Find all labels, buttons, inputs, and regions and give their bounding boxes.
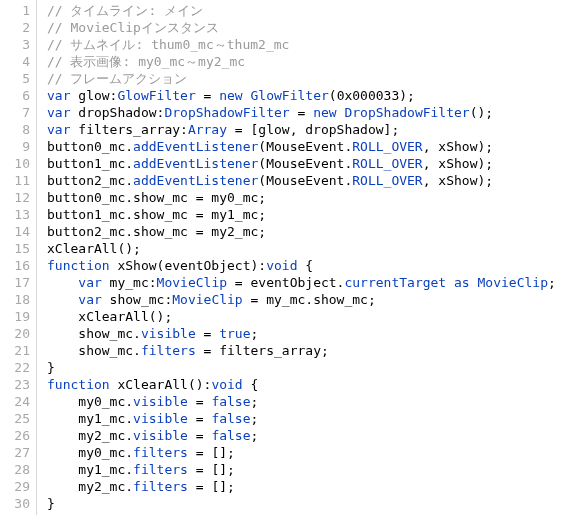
token-ident: button2_mc.: [47, 173, 133, 188]
token-punct: =: [196, 88, 219, 103]
token-punct: , xShow);: [423, 156, 493, 171]
token-punct: [243, 88, 251, 103]
token-ident: my2_mc.: [78, 428, 133, 443]
line-number: 20: [4, 325, 30, 342]
code-line: var show_mc:MovieClip = my_mc.show_mc;: [47, 291, 556, 308]
token-literal: false: [211, 394, 250, 409]
line-number: 17: [4, 274, 30, 291]
token-type: MovieClip: [157, 275, 227, 290]
code-line: my2_mc.visible = false;: [47, 427, 556, 444]
token-ident: xClearAll();: [78, 309, 172, 324]
token-ident: my1_mc.: [78, 411, 133, 426]
token-punct: =: [188, 411, 211, 426]
code-line: show_mc.visible = true;: [47, 325, 556, 342]
code-line: var my_mc:MovieClip = eventObject.curren…: [47, 274, 556, 291]
code-line: }: [47, 359, 556, 376]
token-ident: my2_mc.: [78, 479, 133, 494]
token-type: MovieClip: [478, 275, 548, 290]
line-number: 21: [4, 342, 30, 359]
token-punct: = [];: [188, 479, 235, 494]
token-keyword: new: [313, 105, 336, 120]
line-number: 2: [4, 19, 30, 36]
token-member: visible: [133, 411, 188, 426]
token-type: DropShadowFilter: [344, 105, 469, 120]
code-line: my0_mc.visible = false;: [47, 393, 556, 410]
token-punct: }: [47, 360, 55, 375]
code-line: show_mc.filters = filters_array;: [47, 342, 556, 359]
token-enum: ROLL_OVER: [352, 139, 422, 154]
token-keyword: new: [219, 88, 242, 103]
token-ident: show_mc:: [102, 292, 172, 307]
line-number: 23: [4, 376, 30, 393]
token-punct: ;: [251, 411, 259, 426]
code-line: xClearAll();: [47, 240, 556, 257]
token-keyword: var: [47, 88, 70, 103]
token-ident: show_mc.: [78, 326, 141, 341]
line-number: 19: [4, 308, 30, 325]
token-type: void: [266, 258, 297, 273]
code-line: my1_mc.visible = false;: [47, 410, 556, 427]
token-comment: // フレームアクション: [47, 71, 187, 86]
line-number-gutter: 1234567891011121314151617181920212223242…: [0, 0, 37, 515]
code-line: // フレームアクション: [47, 70, 556, 87]
token-ident: button0_mc.: [47, 139, 133, 154]
line-number: 26: [4, 427, 30, 444]
token-keyword: var: [78, 275, 101, 290]
line-number: 13: [4, 206, 30, 223]
token-punct: ;: [548, 275, 556, 290]
line-number: 1: [4, 2, 30, 19]
line-number: 12: [4, 189, 30, 206]
code-line: button1_mc.show_mc = my1_mc;: [47, 206, 556, 223]
code-line: // サムネイル: thum0_mc～thum2_mc: [47, 36, 556, 53]
token-type: void: [211, 377, 242, 392]
token-punct: = [glow, dropShadow];: [227, 122, 399, 137]
token-punct: =: [188, 428, 211, 443]
token-punct: (0x000033);: [329, 88, 415, 103]
line-number: 9: [4, 138, 30, 155]
code-line: xClearAll();: [47, 308, 556, 325]
token-type: GlowFilter: [251, 88, 329, 103]
line-number: 18: [4, 291, 30, 308]
code-line: button1_mc.addEventListener(MouseEvent.R…: [47, 155, 556, 172]
token-enum: ROLL_OVER: [352, 173, 422, 188]
token-member: filters: [141, 343, 196, 358]
line-number: 6: [4, 87, 30, 104]
token-ident: button1_mc.: [47, 156, 133, 171]
token-punct: ;: [251, 394, 259, 409]
token-punct: =: [290, 105, 313, 120]
token-keyword: function: [47, 377, 110, 392]
token-literal: false: [211, 428, 250, 443]
token-member: filters: [133, 445, 188, 460]
line-number: 28: [4, 461, 30, 478]
line-number: 16: [4, 257, 30, 274]
code-line: function xClearAll():void {: [47, 376, 556, 393]
token-punct: =: [196, 326, 219, 341]
code-line: // 表示画像: my0_mc～my2_mc: [47, 53, 556, 70]
token-comment: // MovieClipインスタンス: [47, 20, 219, 35]
line-number: 3: [4, 36, 30, 53]
code-line: my0_mc.filters = [];: [47, 444, 556, 461]
token-keyword: var: [47, 105, 70, 120]
token-ident: button0_mc.show_mc = my0_mc;: [47, 190, 266, 205]
token-member: visible: [133, 394, 188, 409]
token-ident: (MouseEvent.: [258, 156, 352, 171]
token-type: DropShadowFilter: [164, 105, 289, 120]
code-line: }: [47, 495, 556, 512]
token-literal: true: [219, 326, 250, 341]
code-line: my2_mc.filters = [];: [47, 478, 556, 495]
line-number: 25: [4, 410, 30, 427]
token-member: addEventListener: [133, 173, 258, 188]
line-number: 7: [4, 104, 30, 121]
token-comment: // タイムライン: メイン: [47, 3, 203, 18]
code-line: // MovieClipインスタンス: [47, 19, 556, 36]
token-punct: = [];: [188, 462, 235, 477]
code-line: button2_mc.addEventListener(MouseEvent.R…: [47, 172, 556, 189]
token-ident: xClearAll():: [110, 377, 212, 392]
token-member: addEventListener: [133, 156, 258, 171]
token-member: visible: [133, 428, 188, 443]
token-punct: [470, 275, 478, 290]
code-line: button2_mc.show_mc = my2_mc;: [47, 223, 556, 240]
token-type: MovieClip: [172, 292, 242, 307]
token-keyword: as: [454, 275, 470, 290]
line-number: 22: [4, 359, 30, 376]
